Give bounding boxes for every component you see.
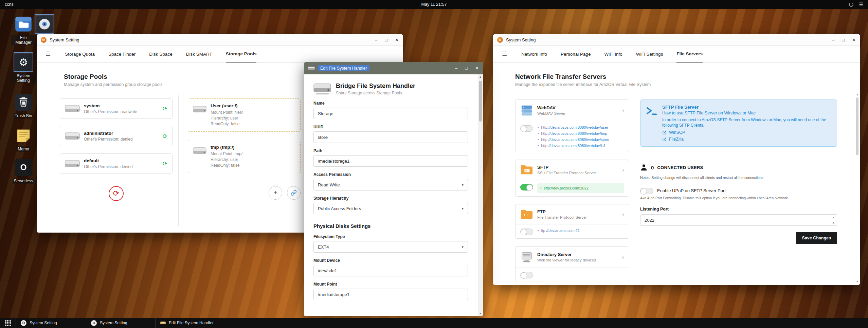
uuid-input[interactable] (313, 131, 468, 143)
desktop-icon-disc[interactable] (34, 15, 55, 33)
sftp-link[interactable]: ‣sftp://dev.arozos.com:2022 (540, 185, 621, 191)
tab-file-servers[interactable]: File Servers (676, 46, 703, 62)
pool-sync-icon[interactable]: ⟳ (163, 160, 167, 167)
taskbar-item-system-setting-1[interactable]: ⚙ System Setting (16, 318, 86, 328)
ftp-link[interactable]: ‣ftp://dev.arozos.com:21 (537, 228, 580, 233)
webdav-link[interactable]: ‣http://dev.arozos.com:8080/webdav/tmp (537, 131, 609, 136)
window-titlebar[interactable]: ⚙ System Setting – □ ✕ (493, 34, 860, 46)
scroll-up-icon[interactable]: ▲ (479, 74, 482, 79)
server-card-webdav: WebDAV WebDAV Server › ‣http://dev.arozo… (515, 99, 629, 152)
winscp-link[interactable]: WinSCP (662, 130, 831, 135)
stepper-up-icon[interactable]: ▲ (830, 215, 837, 220)
sftp-icon (520, 164, 533, 176)
upnp-label: Enable UPnP on SFTP Server Port (657, 188, 726, 193)
directory-toggle[interactable] (520, 272, 533, 278)
gear-icon: ⚙ (91, 320, 97, 326)
ftp-toggle[interactable] (520, 229, 533, 235)
name-input[interactable] (313, 108, 468, 119)
close-button[interactable]: ✕ (475, 66, 479, 70)
chevron-right-icon[interactable]: › (622, 107, 624, 114)
tab-wifi-info[interactable]: WiFi Info (604, 46, 622, 62)
mount-card-user[interactable]: User (user:/) Mount Point: files/ Hierar… (188, 98, 301, 132)
bridge-fs-icon (313, 83, 331, 95)
mount-readonly: ReadOnly: false (211, 121, 243, 127)
refresh-pools-button[interactable]: ⟳ (109, 186, 124, 201)
taskbar-item-system-setting-2[interactable]: ⚙ System Setting (86, 318, 155, 328)
trash-icon (14, 93, 33, 111)
connected-label: CONNECTED USERS (657, 165, 703, 170)
link-icon (291, 190, 297, 196)
scroll-down-icon[interactable]: ▼ (479, 311, 482, 316)
access-permission-select[interactable]: Read Write ▾ (313, 179, 468, 190)
link-handler-button[interactable] (287, 186, 301, 200)
add-handler-button[interactable]: + (269, 186, 282, 200)
scroll-down-icon[interactable]: ▼ (856, 279, 859, 284)
port-stepper[interactable]: ▲ ▼ (830, 215, 837, 225)
close-button[interactable]: ✕ (852, 38, 856, 42)
tab-wifi-settings[interactable]: WiFi Settings (636, 46, 663, 62)
mount-card-tmp[interactable]: tmp (tmp:/) Mount Point: tmp/ Hierarchy:… (188, 140, 301, 173)
webdav-toggle[interactable] (520, 125, 533, 132)
webdav-link[interactable]: ‣http://dev.arozos.com:8080/webdav/ls1 (537, 143, 609, 148)
page-subtitle: Manage the exported file server interfac… (515, 82, 860, 87)
tab-storage-pools[interactable]: Storage Pools (226, 46, 257, 62)
tab-space-finder[interactable]: Space Finder (108, 46, 135, 62)
server-card-ftp-header[interactable]: FTP File Transfer Protocol Server › (516, 204, 629, 224)
top-menu-icon[interactable]: ☰ (859, 2, 863, 7)
listening-port-input[interactable] (640, 214, 837, 226)
taskbar-item-edit-fs-handler[interactable]: Edit File System Handler (155, 318, 257, 328)
tab-network-info[interactable]: Network Info (521, 46, 547, 62)
serverless-icon: O (14, 158, 33, 177)
hdd-icon (65, 131, 80, 141)
tab-personal-page[interactable]: Personal Page (561, 46, 591, 62)
apps-launcher-button[interactable] (0, 318, 16, 328)
close-button[interactable]: ✕ (395, 38, 399, 42)
scrollbar-thumb[interactable] (479, 81, 482, 122)
stepper-down-icon[interactable]: ▼ (830, 220, 837, 225)
window-titlebar[interactable]: ⚙ System Setting – □ ✕ (37, 34, 403, 46)
tab-disk-space[interactable]: Disk Space (149, 46, 172, 62)
server-card-directory-header[interactable]: Directory Server Web file viewer for leg… (516, 247, 629, 268)
pool-sync-icon[interactable]: ⟳ (163, 105, 167, 112)
window2-scrollbar[interactable]: ▲ ▼ (478, 74, 483, 316)
filesystem-type-select[interactable]: EXT4 ▾ (313, 241, 468, 253)
server-card-sftp-header[interactable]: SFTP SSH File Transfer Protocol Server › (516, 160, 629, 180)
webdav-link[interactable]: ‣http://dev.arozos.com:8080/webdav/store (537, 137, 609, 142)
mount-point-input[interactable] (313, 289, 468, 300)
minimize-button[interactable]: – (832, 38, 834, 42)
storage-hierarchy-select[interactable]: Public Access Folders ▾ (313, 203, 468, 214)
menu-icon[interactable]: ☰ (502, 51, 507, 58)
chevron-right-icon[interactable]: › (622, 254, 624, 261)
save-changes-button[interactable]: Save Changes (796, 232, 837, 244)
scrollbar-thumb[interactable] (856, 97, 858, 155)
tab-disk-smart[interactable]: Disk SMART (186, 46, 212, 62)
maximize-button[interactable]: □ (842, 38, 845, 42)
chevron-right-icon[interactable]: › (622, 166, 624, 174)
scroll-up-icon[interactable]: ▲ (856, 92, 859, 97)
mount-hierarchy: Hierarchy: user (211, 115, 243, 121)
hdd-icon (160, 321, 166, 325)
tab-storage-quota[interactable]: Storage Quota (65, 46, 95, 62)
path-input[interactable] (313, 155, 468, 167)
pool-sync-icon[interactable]: ⟳ (163, 133, 167, 140)
minimize-button[interactable]: – (455, 66, 457, 70)
sftp-toggle[interactable] (520, 184, 533, 190)
pool-card-default[interactable]: default Other's Permission: denied ⟳ (60, 153, 173, 174)
pool-card-administrator[interactable]: administrator Other's Permission: denied… (60, 126, 173, 146)
menu-icon[interactable]: ☰ (46, 51, 51, 58)
server-name: FTP (537, 209, 587, 214)
window3-scrollbar[interactable]: ▲ ▼ (855, 92, 860, 284)
webdav-link[interactable]: ‣http://dev.arozos.com:8080/webdav/user (537, 125, 609, 130)
physical-disks-heading: Physical Disks Settings (313, 223, 468, 229)
pool-card-system[interactable]: system Other's Permission: readwrite ⟳ (60, 98, 173, 119)
server-card-webdav-header[interactable]: WebDAV WebDAV Server › (516, 100, 629, 121)
filezilla-link[interactable]: FileZilla (662, 137, 831, 142)
filesystem-type-label: Filesystem Type (313, 234, 468, 239)
mount-device-input[interactable] (313, 265, 468, 276)
window-titlebar[interactable]: Edit File System Handler – □ ✕ (304, 62, 483, 74)
minimize-button[interactable]: – (375, 38, 377, 42)
maximize-button[interactable]: □ (385, 38, 387, 42)
maximize-button[interactable]: □ (465, 66, 468, 70)
upnp-toggle[interactable] (640, 188, 653, 194)
chevron-right-icon[interactable]: › (622, 211, 624, 218)
